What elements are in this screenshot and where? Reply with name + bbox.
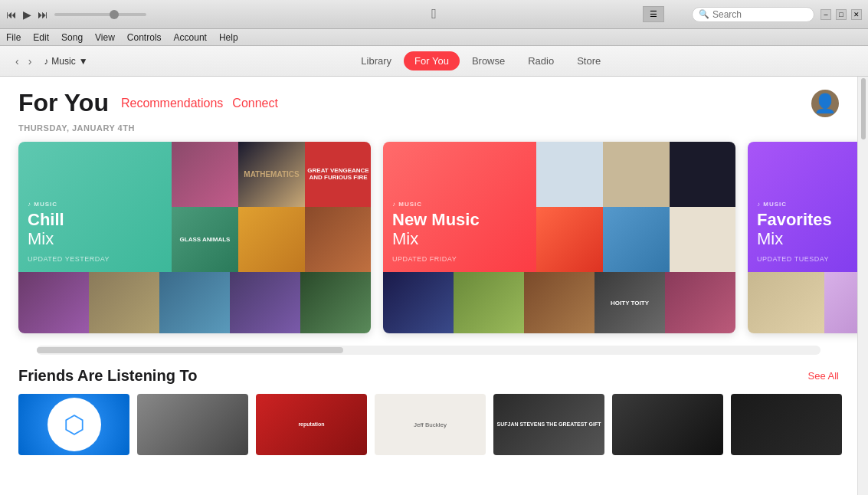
friend-album-5[interactable]: SUFJAN STEVENS THE GREATEST GIFT [493, 394, 604, 455]
menu-bar: File Edit Song View Controls Account Hel… [0, 29, 868, 46]
page-links: Recommendations Connect [121, 97, 278, 110]
chill-album-3: GREAT VENGEANCE AND FURIOUS FIRE [305, 142, 371, 207]
nav-bar: ‹ › ♪ Music ▼ Library For You Browse Rad… [0, 46, 868, 77]
source-icon: ♪ [44, 56, 48, 67]
prev-button[interactable]: ⏮ [6, 8, 17, 21]
chill-mix-type: Mix [28, 229, 162, 249]
friends-section: Friends Are Listening To See All ⬡ reput… [18, 367, 839, 455]
search-bar[interactable]: 🔍 [692, 7, 814, 22]
favorites-mix-bottom [748, 272, 868, 333]
favorites-mix-badge: ♪ MUSIC [757, 201, 868, 208]
date-label: THURSDAY, JANUARY 4TH [18, 123, 839, 133]
back-button[interactable]: ‹ [12, 54, 22, 69]
menu-song[interactable]: Song [61, 32, 83, 43]
tab-library[interactable]: Library [350, 51, 402, 70]
new-music-mix-updated: UPDATED FRIDAY [392, 255, 527, 263]
friends-section-title: Friends Are Listening To [18, 367, 197, 385]
new-music-mix-albums [536, 142, 735, 272]
close-button[interactable]: ✕ [851, 9, 862, 20]
new-music-mix-card[interactable]: ♪ MUSIC New Music Mix UPDATED FRIDAY [383, 142, 735, 333]
nm-album-3 [670, 142, 735, 207]
friend-album-4[interactable]: Jeff Buckley [375, 394, 486, 455]
mix-cards-row: ♪ MUSIC Chill Mix UPDATED YESTERDAY MATH… [18, 142, 839, 333]
chill-album-6 [305, 207, 371, 272]
chill-album-1 [172, 142, 238, 207]
search-input[interactable] [712, 9, 804, 20]
nm-album-5 [603, 207, 670, 272]
window-controls: – □ ✕ [821, 9, 862, 20]
maximize-button[interactable]: □ [836, 9, 847, 20]
chill-bottom-5 [300, 272, 371, 333]
progress-bar[interactable] [54, 13, 146, 16]
page-title: For You [18, 89, 109, 117]
friend-album-1-inner: ⬡ [47, 398, 101, 451]
nav-tabs: Library For You Browse Radio Store [350, 51, 611, 70]
friends-row: ⬡ reputation Jeff Buckley SUFJAN STEVENS… [18, 394, 839, 455]
tab-for-you[interactable]: For You [404, 51, 460, 70]
next-button[interactable]: ⏭ [38, 8, 48, 21]
friend-album-3[interactable]: reputation [256, 394, 367, 455]
menu-controls[interactable]: Controls [127, 32, 162, 43]
new-music-mix-bottom: HOITY TOITY [383, 272, 735, 333]
vertical-scrollbar-thumb[interactable] [861, 78, 866, 139]
tab-store[interactable]: Store [566, 51, 611, 70]
favorites-mix-top: ♪ MUSIC Favorites Mix UPDATED TUESDAY [748, 142, 868, 272]
chill-bottom-3 [159, 272, 230, 333]
main-content: For You Recommendations Connect 👤 THURSD… [0, 77, 868, 495]
recommendations-link[interactable]: Recommendations [121, 97, 223, 110]
menu-help[interactable]: Help [219, 32, 238, 43]
nm-album-2 [603, 142, 670, 207]
friends-section-header: Friends Are Listening To See All [18, 367, 839, 385]
new-music-mix-hero: ♪ MUSIC New Music Mix UPDATED FRIDAY [383, 142, 536, 272]
tab-radio[interactable]: Radio [517, 51, 565, 70]
new-music-mix-type: Mix [392, 229, 527, 249]
tab-browse[interactable]: Browse [461, 51, 516, 70]
horizontal-scrollbar-thumb[interactable] [37, 347, 343, 353]
apple-logo:  [431, 6, 437, 22]
nm-bottom-2 [454, 272, 524, 333]
menu-edit[interactable]: Edit [33, 32, 49, 43]
title-bar: ⏮ ▶ ⏭  ☰ 🔍 – □ ✕ [0, 0, 868, 29]
favorites-mix-card[interactable]: ♪ MUSIC Favorites Mix UPDATED TUESDAY [748, 142, 868, 333]
chill-mix-hero: ♪ MUSIC Chill Mix UPDATED YESTERDAY [18, 142, 172, 272]
source-name: Music [51, 56, 75, 67]
friend-album-2[interactable] [137, 394, 248, 455]
friend-album-7[interactable] [731, 394, 842, 455]
page-title-row: For You Recommendations Connect 👤 [18, 89, 839, 117]
nm-bottom-4: HOITY TOITY [594, 272, 665, 333]
play-button[interactable]: ▶ [23, 8, 31, 21]
menu-file[interactable]: File [6, 32, 21, 43]
forward-button[interactable]: › [25, 54, 35, 69]
chill-mix-card[interactable]: ♪ MUSIC Chill Mix UPDATED YESTERDAY MATH… [18, 142, 371, 333]
new-music-mix-badge: ♪ MUSIC [392, 201, 527, 208]
chill-mix-albums: MATHEMATICS GREAT VENGEANCE AND FURIOUS … [172, 142, 371, 272]
friend-album-6[interactable] [612, 394, 723, 455]
content-inner: For You Recommendations Connect 👤 THURSD… [0, 77, 857, 467]
transport-controls: ⏮ ▶ ⏭ [6, 8, 48, 21]
chill-bottom-1 [18, 272, 89, 333]
list-view-button[interactable]: ☰ [643, 6, 664, 22]
menu-account[interactable]: Account [174, 32, 207, 43]
see-all-link[interactable]: See All [808, 370, 839, 382]
chill-mix-bottom [18, 272, 371, 333]
chill-bottom-4 [230, 272, 300, 333]
vertical-scrollbar[interactable] [857, 77, 868, 495]
chill-album-4: GLASS ANIMALS [172, 207, 238, 272]
connect-link[interactable]: Connect [232, 97, 278, 110]
chill-mix-updated: UPDATED YESTERDAY [28, 255, 162, 263]
new-music-mix-top: ♪ MUSIC New Music Mix UPDATED FRIDAY [383, 142, 735, 272]
progress-knob[interactable] [110, 10, 119, 19]
nm-album-1 [536, 142, 603, 207]
source-selector[interactable]: ♪ Music ▼ [44, 56, 87, 67]
nm-bottom-1 [383, 272, 454, 333]
minimize-button[interactable]: – [821, 9, 831, 20]
user-avatar[interactable]: 👤 [811, 90, 839, 117]
nm-album-4 [536, 207, 603, 272]
favorites-mix-type: Mix [757, 229, 868, 249]
menu-view[interactable]: View [95, 32, 115, 43]
friend-album-1[interactable]: ⬡ [18, 394, 129, 455]
new-music-mix-name: New Music [392, 211, 527, 229]
horizontal-scrollbar[interactable] [37, 346, 821, 355]
nm-bottom-5 [665, 272, 735, 333]
nm-bottom-3 [524, 272, 594, 333]
